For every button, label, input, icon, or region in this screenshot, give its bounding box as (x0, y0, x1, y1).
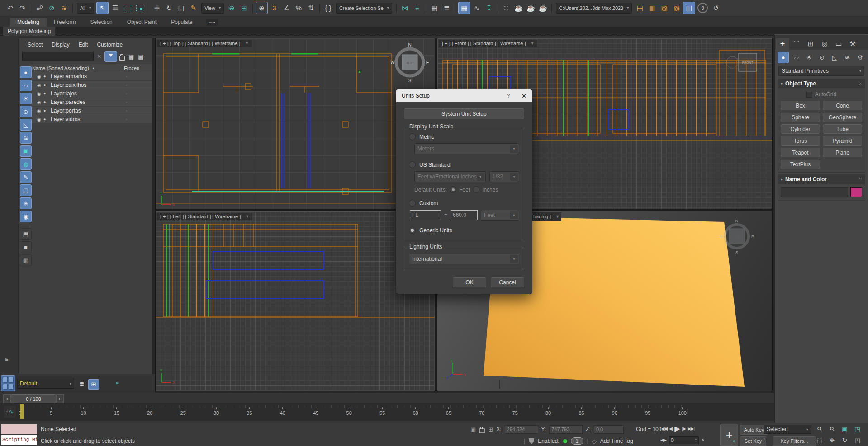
current-frame-field[interactable]: 0▲▼ (669, 436, 699, 444)
ribbon-tab[interactable]: Modeling (10, 18, 47, 27)
autobackup-toggle-icon[interactable]: ◫ (683, 2, 695, 14)
use-pivot-point-icon[interactable]: ⊕ (226, 2, 237, 14)
undo-icon[interactable]: ↶ (5, 2, 16, 14)
next-frame-button[interactable]: > (56, 394, 64, 403)
spinner-snap-toggle-icon[interactable]: ⇅ (305, 2, 317, 14)
primitive-category-dropdown[interactable]: Standard Primitives▾ (778, 66, 864, 76)
schematic-toggle-icon[interactable]: ⊞ (88, 379, 99, 390)
tab-modify[interactable]: ⌒ (790, 38, 803, 50)
select-by-name-icon[interactable]: ☰ (109, 2, 121, 14)
filter-helpers-icon[interactable]: ◺ (20, 119, 32, 131)
viewport-left-label[interactable]: [ + ] [ Left ] [ Standard ] [ Wireframe … (157, 213, 252, 220)
toggle-scene-explorer-icon[interactable]: ▦ (429, 2, 440, 14)
select-and-link-icon[interactable]: ☍ (34, 2, 45, 14)
render-dot-icon[interactable]: ● (43, 91, 51, 96)
us-unit-dropdown[interactable]: Feet w/Fractional Inches▾ (414, 171, 486, 182)
rollout-grip-icon[interactable]: ⁙ (859, 81, 862, 86)
viewport-left[interactable]: [ + ] [ Left ] [ Standard ] [ Wireframe … (155, 211, 435, 391)
explorer-search-input[interactable] (22, 52, 94, 61)
category-lights-icon[interactable]: ☀ (804, 52, 814, 63)
frozen-state-icon[interactable]: ▫ (123, 100, 152, 104)
frozen-state-icon[interactable]: ▫ (123, 117, 152, 122)
primitive-button[interactable]: Cylinder (781, 124, 820, 134)
primitive-button[interactable]: Tube (823, 124, 862, 134)
zoom-extents-icon[interactable]: ▣ (840, 424, 850, 434)
next-frame-button[interactable]: |▶ (682, 426, 686, 431)
funnel-icon[interactable]: ▼ (245, 41, 249, 46)
primitive-button[interactable]: TextPlus (781, 160, 820, 169)
clear-search-icon[interactable]: ✕ (97, 53, 101, 60)
window-crossing-toggle-icon[interactable] (134, 2, 145, 14)
filter-geometry-icon[interactable]: ● (20, 66, 32, 78)
zoom-all-icon[interactable]: ⚲ (825, 422, 840, 436)
rectangular-selection-region-icon[interactable] (122, 2, 133, 14)
funnel-icon[interactable]: ▼ (555, 214, 560, 219)
category-systems-icon[interactable]: ⚙ (855, 52, 865, 63)
selection-lock-icon[interactable] (479, 428, 485, 433)
metric-unit-dropdown[interactable]: Meters▾ (414, 143, 519, 154)
filter-spacewarps-icon[interactable]: ≋ (20, 132, 32, 144)
select-and-scale-icon[interactable]: ◱ (175, 2, 187, 14)
play-button[interactable]: ▶ (674, 424, 680, 433)
tab-utilities[interactable]: ⚒ (846, 38, 859, 50)
layer-row[interactable]: ┄ ◉ ● Layer:caixilhos ▫ (31, 81, 152, 89)
render-dot-icon[interactable]: ● (43, 117, 51, 122)
frozen-state-icon[interactable]: ▫ (123, 109, 152, 113)
category-geometry-icon[interactable]: ● (778, 52, 789, 63)
previous-frame-button[interactable]: ◀| (669, 426, 673, 431)
filter-containers-icon[interactable]: ▢ (20, 184, 32, 196)
system-unit-setup-button[interactable]: System Unit Setup (404, 108, 524, 119)
pan-icon[interactable]: ✥ (827, 435, 837, 445)
ribbon-tab[interactable]: Freeform (47, 18, 83, 27)
select-object-button[interactable]: ↖ (96, 2, 109, 14)
select-and-rotate-icon[interactable]: ↻ (163, 2, 175, 14)
export-scene-icon[interactable]: ▨ (659, 2, 670, 14)
render-dot-icon[interactable]: ● (43, 108, 51, 113)
zoom-extents-all-icon[interactable]: ◳ (852, 424, 863, 434)
isolate-selection-icon[interactable]: ▣ (470, 426, 476, 433)
new-key-mode-icon[interactable]: ∴ (763, 437, 766, 443)
render-dot-icon[interactable]: ● (43, 83, 51, 87)
key-selection-dropdown[interactable]: Selected▾ (764, 425, 811, 434)
primitive-button[interactable]: GeoSphere (823, 113, 862, 122)
visibility-eye-icon[interactable]: ◉ (37, 117, 43, 122)
tab-hierarchy[interactable]: ⊞ (804, 38, 817, 50)
generic-units-radio[interactable] (409, 227, 416, 234)
render-dot-icon[interactable]: ● (43, 74, 51, 79)
filter-xrefs-icon[interactable]: ◍ (20, 158, 32, 170)
save-scene-icon[interactable]: ▥ (646, 2, 658, 14)
maximize-viewport-icon[interactable]: ◰ (852, 435, 863, 445)
layer-row[interactable]: ┄ ◉ ● Layer:vidros ▫ (31, 115, 152, 124)
isolate-count-badge[interactable]: 1 (571, 437, 583, 445)
category-helpers-icon[interactable]: ◺ (830, 52, 840, 63)
ribbon-config-dropdown[interactable]: ▬ ▾ (206, 19, 218, 26)
category-shapes-icon[interactable]: ▱ (791, 52, 802, 63)
layer-stack-icon[interactable]: ≣ (77, 379, 87, 389)
redo-icon[interactable]: ↷ (17, 2, 28, 14)
layer-row[interactable]: ┄ ◉ ● Layer:armarios ▫ (31, 72, 152, 81)
maxscript-mini-listener-pink[interactable] (1, 424, 37, 434)
category-spacewarps-icon[interactable]: ≋ (842, 52, 853, 63)
funnel-icon[interactable]: ▼ (245, 214, 249, 219)
explorer-menu-item[interactable]: Select (28, 42, 43, 48)
overflow-chevrons-icon[interactable]: » (116, 380, 119, 385)
funnel-icon[interactable]: ▼ (531, 41, 535, 46)
visibility-eye-icon[interactable]: ◉ (37, 108, 43, 113)
rollout-grip-icon[interactable]: ⁙ (859, 177, 862, 182)
bind-to-space-warp-icon[interactable]: ≋ (58, 2, 70, 14)
shield-icon[interactable] (529, 438, 534, 444)
viewport-top-label[interactable]: [ + ] [ Top ] [ Standard ] [ Wireframe ]… (157, 40, 252, 47)
filter-button[interactable] (104, 51, 117, 62)
explorer-preset-dropdown[interactable]: Default▾ (17, 379, 74, 389)
time-slider[interactable]: 0 / 100 (11, 394, 56, 403)
custom-unit-dropdown[interactable]: Feet▾ (481, 210, 519, 221)
mirror-icon[interactable]: ⋈ (399, 2, 411, 14)
tab-display[interactable]: ▭ (832, 38, 845, 50)
snaps-toggle-3d-icon[interactable]: 3 (269, 2, 280, 14)
viewport-layout-button[interactable] (1, 375, 15, 391)
track-bar[interactable]: ∿ 05101520253035404550556065707580859095… (0, 404, 774, 421)
filter-groups-icon[interactable]: ▣ (20, 145, 32, 157)
ribbon-tab[interactable]: Populate (164, 18, 199, 27)
visibility-eye-icon[interactable]: ◉ (37, 91, 43, 96)
viewport-top[interactable]: [ + ] [ Top ] [ Standard ] [ Wireframe ]… (155, 38, 435, 209)
